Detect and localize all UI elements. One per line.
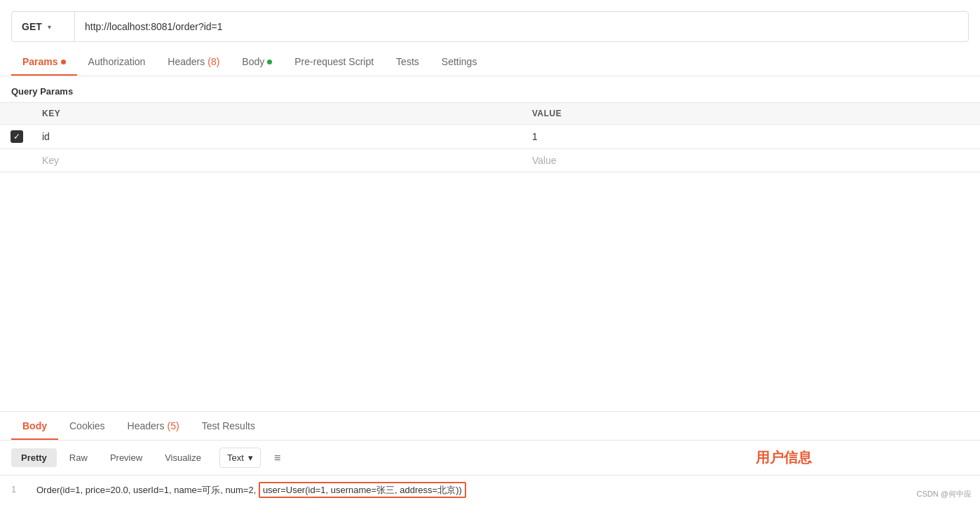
wrap-icon[interactable]: ≡ — [269, 450, 286, 466]
request-tabs: Params Authorization Headers (8) Body Pr… — [0, 48, 980, 76]
format-bar: Pretty Raw Preview Visualize Text ▾ ≡ 用户… — [0, 441, 980, 476]
tab-body-label: Body — [242, 56, 264, 67]
url-input[interactable] — [75, 21, 968, 32]
col-checkbox — [0, 103, 34, 125]
url-bar: GET ▾ — [11, 11, 969, 42]
response-headers-badge: (5) — [168, 420, 179, 431]
method-chevron-icon: ▾ — [48, 23, 51, 31]
body-dot-icon — [267, 60, 272, 64]
text-format-selector[interactable]: Text ▾ — [219, 448, 261, 468]
tab-params-label: Params — [22, 56, 58, 67]
col-value: VALUE — [524, 103, 980, 125]
format-visualize-button[interactable]: Visualize — [155, 448, 211, 467]
row1-key-cell[interactable]: id — [34, 125, 524, 149]
text-format-chevron-icon: ▾ — [248, 452, 253, 463]
response-tabs: Body Cookies Headers (5) Test Results — [0, 412, 980, 441]
response-tab-cookies-label: Cookies — [69, 420, 105, 431]
row1-value: 1 — [532, 131, 538, 142]
tab-headers[interactable]: Headers (8) — [156, 48, 231, 76]
params-dot-icon — [61, 60, 66, 64]
code-normal-text: Order(id=1, price=20.0, userId=1, name=可… — [36, 485, 259, 495]
method-selector[interactable]: GET ▾ — [12, 12, 75, 41]
format-preview-button[interactable]: Preview — [100, 448, 152, 467]
headers-badge: (8) — [207, 56, 219, 67]
response-section: Body Cookies Headers (5) Test Results Pr… — [0, 411, 980, 505]
col-key: KEY — [34, 103, 524, 125]
row1-key-value: id — [42, 131, 50, 142]
tab-authorization[interactable]: Authorization — [77, 48, 157, 76]
response-tab-headers[interactable]: Headers (5) — [116, 412, 191, 440]
tab-settings-label: Settings — [442, 56, 477, 67]
row1-checkbox-cell — [0, 125, 34, 149]
code-line: Order(id=1, price=20.0, userId=1, name=可… — [36, 484, 969, 497]
response-tab-test-results[interactable]: Test Results — [191, 412, 266, 440]
row1-checkbox[interactable] — [11, 130, 23, 143]
annotation-text: 用户信息 — [756, 448, 812, 467]
wrap-lines-icon: ≡ — [274, 452, 280, 464]
row2-value-cell[interactable]: Value — [524, 149, 980, 172]
line-number: 1 — [11, 484, 25, 494]
text-format-label: Text — [227, 452, 244, 463]
row1-value-cell[interactable]: 1 — [524, 125, 980, 149]
response-tab-test-results-label: Test Results — [202, 420, 255, 431]
format-pretty-button[interactable]: Pretty — [11, 448, 57, 467]
tab-headers-label: Headers — [168, 56, 205, 67]
tab-pre-request-label: Pre-request Script — [294, 56, 374, 67]
row2-key-placeholder: Key — [42, 155, 59, 166]
method-label: GET — [22, 21, 42, 32]
response-tab-cookies[interactable]: Cookies — [58, 412, 116, 440]
params-table-header: KEY VALUE — [0, 103, 980, 125]
format-raw-button[interactable]: Raw — [60, 448, 97, 467]
tab-pre-request-script[interactable]: Pre-request Script — [283, 48, 385, 76]
tab-tests[interactable]: Tests — [385, 48, 430, 76]
tab-authorization-label: Authorization — [88, 56, 146, 67]
row2-checkbox-cell — [0, 149, 34, 172]
code-area: 1 Order(id=1, price=20.0, userId=1, name… — [0, 476, 980, 505]
watermark: CSDN @何中应 — [917, 489, 972, 499]
params-table: KEY VALUE id 1 Key Value — [0, 102, 980, 172]
row2-value-placeholder: Value — [532, 155, 557, 166]
tab-tests-label: Tests — [396, 56, 419, 67]
code-highlighted-text: user=User(id=1, username=张三, address=北京)… — [259, 482, 466, 498]
tab-params[interactable]: Params — [11, 48, 77, 76]
response-tab-body-label: Body — [22, 420, 47, 431]
row2-key-cell[interactable]: Key — [34, 149, 524, 172]
table-row: Key Value — [0, 149, 980, 172]
response-tab-headers-label: Headers — [128, 420, 165, 431]
response-tab-body[interactable]: Body — [11, 412, 58, 440]
query-params-title: Query Params — [0, 76, 980, 102]
table-row: id 1 — [0, 125, 980, 149]
tab-settings[interactable]: Settings — [430, 48, 489, 76]
tab-body[interactable]: Body — [231, 48, 283, 76]
